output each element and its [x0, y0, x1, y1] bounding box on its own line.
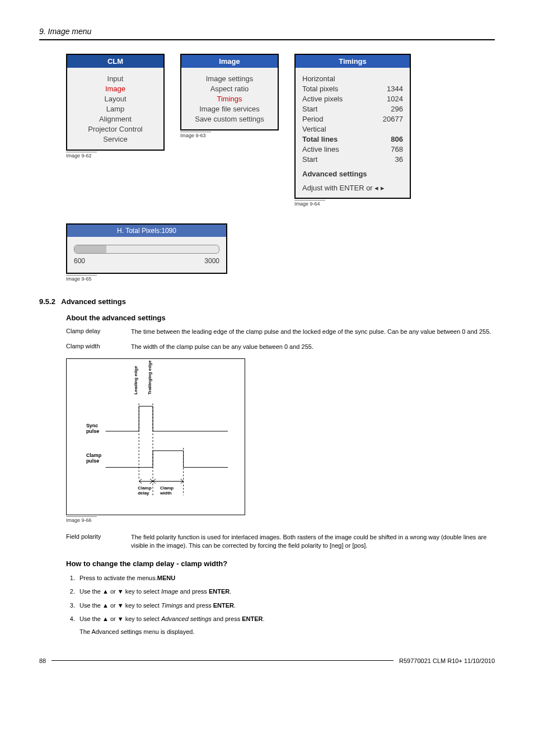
clm-menu-item[interactable]: Service — [74, 134, 157, 144]
section-heading: 9.5.2 Advanced settings — [39, 297, 495, 306]
slider-min: 600 — [74, 257, 85, 265]
header-rule — [39, 39, 495, 40]
menu-screenshots-row: CLM InputImageLayoutLampAlignmentProject… — [66, 54, 495, 207]
timings-h-label: Horizontal — [302, 74, 335, 83]
clm-menu-item[interactable]: Image — [74, 83, 157, 94]
howto-heading: How to change the clamp delay - clamp wi… — [66, 559, 495, 568]
image-menu-item[interactable]: Aspect ratio — [188, 83, 271, 94]
slider-panel: H. Total Pixels:1090 600 3000 — [66, 223, 227, 274]
clm-menu-item[interactable]: Alignment — [74, 114, 157, 124]
def-row: Clamp widthThe width of the clamp pulse … — [66, 343, 495, 351]
def-desc: The time between the leading edge of the… — [131, 328, 495, 336]
def-row: Clamp delayThe time between the leading … — [66, 328, 495, 336]
timings-row: Active lines768 — [302, 144, 403, 154]
timings-v-label: Vertical — [302, 125, 326, 133]
timings-row: Active pixels1024 — [302, 94, 403, 104]
timings-row: Total lines806 — [302, 134, 403, 144]
step-row: 2.Use the ▲ or ▼ key to select Image and… — [66, 587, 495, 596]
image-menu-item[interactable]: Image file services — [188, 104, 271, 114]
slider-title: H. Total Pixels:1090 — [67, 225, 226, 237]
image-menu-item[interactable]: Save custom settings — [188, 114, 271, 124]
timings-row: Start296 — [302, 104, 403, 114]
step-row: 4.Use the ▲ or ▼ key to select Advanced … — [66, 614, 495, 624]
timings-row: Start36 — [302, 154, 403, 164]
menu-image-title: Image — [181, 55, 278, 68]
step-row: 1.Press to activate the menus.MENU — [66, 573, 495, 583]
caption-9-65: Image 9-65 — [66, 275, 97, 282]
menu-image-box: Image Image settingsAspect ratioTimingsI… — [180, 54, 279, 130]
chapter-title: 9. Image menu — [39, 27, 495, 36]
clamp-diagram: Leading edge Trailinging edge Syncpulse … — [66, 358, 245, 515]
timings-adjust: Adjust with ENTER or ◂ ▸ — [302, 184, 403, 192]
slider-track[interactable] — [74, 245, 219, 254]
caption-9-62: Image 9-62 — [66, 152, 97, 158]
menu-clm-box: CLM InputImageLayoutLampAlignmentProject… — [66, 54, 165, 151]
sync-pulse-label: Syncpulse — [86, 423, 99, 434]
image-menu-item[interactable]: Image settings — [188, 73, 271, 83]
timings-row: Total pixels1344 — [302, 83, 403, 94]
clamp-width-label: Clampwidth — [160, 486, 174, 496]
def-term: Field polarity — [66, 533, 122, 550]
footer: 88 R59770021 CLM R10+ 11/10/2010 — [39, 657, 495, 664]
def-desc: The width of the clamp pulse can be any … — [131, 343, 495, 351]
footer-line — [51, 660, 394, 661]
def-term: Clamp width — [66, 343, 122, 351]
about-heading: About the advanced settings — [66, 314, 495, 322]
footer-doc: R59770021 CLM R10+ 11/10/2010 — [399, 657, 495, 664]
timings-row: Period20677 — [302, 114, 403, 124]
clm-menu-item[interactable]: Projector Control — [74, 124, 157, 134]
menu-timings-box: Timings Horizontal Total pixels1344Activ… — [294, 54, 411, 199]
slider-max: 3000 — [204, 257, 219, 265]
def-term: Clamp delay — [66, 328, 122, 336]
slider-fill — [74, 245, 106, 253]
image-menu-item[interactable]: Timings — [188, 94, 271, 104]
def-field-polarity: Field polarity The field polarity functi… — [66, 533, 495, 550]
step-response: The Advanced settings menu is displayed. — [79, 628, 495, 635]
caption-9-64: Image 9-64 — [294, 200, 325, 207]
clm-menu-item[interactable]: Lamp — [74, 104, 157, 114]
trailing-edge-label: Trailinging edge — [147, 360, 152, 394]
timings-advanced: Advanced settings — [302, 170, 403, 178]
step-row: 3.Use the ▲ or ▼ key to select Timings a… — [66, 601, 495, 610]
caption-9-63: Image 9-63 — [180, 132, 211, 138]
footer-page: 88 — [39, 657, 46, 664]
clamp-pulse-label: Clamppulse — [86, 452, 102, 464]
clm-menu-item[interactable]: Input — [74, 73, 157, 83]
menu-timings-title: Timings — [296, 55, 410, 68]
caption-9-66: Image 9-66 — [66, 516, 97, 523]
leading-edge-label: Leading edge — [133, 366, 138, 395]
clamp-delay-label: Clampdelay — [138, 486, 151, 496]
def-desc: The field polarity function is used for … — [131, 533, 495, 550]
menu-clm-title: CLM — [67, 55, 163, 68]
clm-menu-item[interactable]: Layout — [74, 94, 157, 104]
